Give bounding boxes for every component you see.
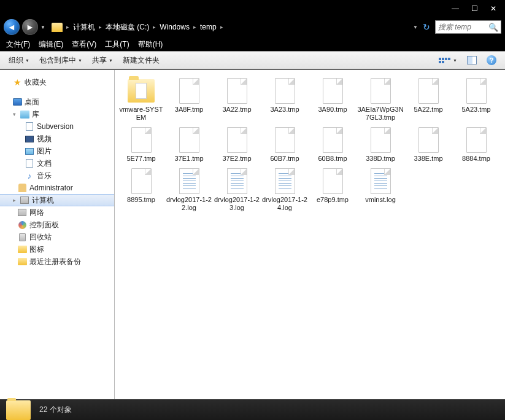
menu-view[interactable]: 查看(V) [72,39,96,50]
search-icon[interactable]: 🔍 [488,23,498,32]
crumb-drive[interactable]: 本地磁盘 (C:) [106,22,149,33]
file-icon [275,127,295,153]
file-label: 37E1.tmp [174,155,203,163]
sidebar-item-label: 视频 [37,134,52,144]
file-label: 5E77.tmp [126,155,155,163]
sidebar-iconfolder[interactable]: 图标 [0,243,114,255]
refresh-icon[interactable]: ↻ [423,22,430,32]
file-item[interactable]: 3A90.tmp [309,76,357,122]
history-dropdown[interactable]: ▼ [40,25,45,30]
file-item[interactable]: 3A23.tmp [261,76,309,122]
preview-pane-button[interactable] [463,55,480,66]
file-item[interactable]: 37E2.tmp [213,125,261,163]
file-item[interactable]: vminst.log [357,166,404,212]
sidebar-library[interactable]: ▾ 库 [0,108,114,120]
organize-button[interactable]: 组织▼ [5,54,33,67]
sidebar-network[interactable]: 网络 [0,206,114,219]
file-item[interactable]: e78p9.tmp [309,166,357,212]
file-item[interactable]: drvlog2017-1-23.log [213,166,261,212]
textfile-icon [275,168,295,194]
maximize-button[interactable]: ☐ [471,4,478,13]
sidebar-music[interactable]: ♪ 音乐 [0,169,114,182]
collapse-icon[interactable]: ▾ [11,111,17,117]
folder-icon [52,23,63,32]
sidebar-administrator[interactable]: Administrator [0,182,114,194]
breadcrumb[interactable]: ▸ 计算机 ▸ 本地磁盘 (C:) ▸ Windows ▸ temp ▸ [48,22,411,33]
file-item[interactable]: 3A22.tmp [213,76,261,122]
menu-help[interactable]: 帮助(H) [138,39,163,50]
file-label: vmware-SYSTEM [118,106,164,122]
chevron-right-icon: ▸ [193,24,196,30]
file-item[interactable]: vmware-SYSTEM [117,76,165,122]
grid-icon [439,55,451,65]
sidebar-desktop[interactable]: 桌面 [0,96,114,108]
sidebar-controlpanel[interactable]: 控制面板 [0,219,114,231]
sidebar-item-label: Subversion [37,122,74,131]
new-folder-button[interactable]: 新建文件夹 [119,54,163,67]
file-icon [371,78,391,104]
back-button[interactable]: ◄ [4,19,20,35]
file-label: 3A8F.tmp [175,106,203,114]
file-label: 5A23.tmp [461,106,490,114]
file-icon [227,78,247,104]
file-item[interactable]: 338D.tmp [357,125,404,163]
crumb-windows[interactable]: Windows [160,23,190,31]
sidebar-recycle[interactable]: 回收站 [0,231,114,243]
sidebar-computer[interactable]: ▸ 计算机 [0,194,114,206]
sidebar-item-label: 图片 [37,146,52,157]
expand-icon[interactable]: ▸ [11,197,17,203]
file-item[interactable]: 5A23.tmp [452,76,500,122]
textfile-icon [371,168,391,194]
file-item[interactable]: 60B7.tmp [261,125,309,163]
sidebar-favorites[interactable]: ★ 收藏夹 [0,76,114,88]
preview-icon [467,56,477,64]
forward-button[interactable]: ► [22,19,38,35]
file-label: drvlog2017-1-24.log [261,196,308,212]
file-item[interactable]: 8884.tmp [452,125,500,163]
sidebar-documents[interactable]: 文档 [0,157,114,169]
minimize-button[interactable]: — [452,4,459,13]
crumb-computer[interactable]: 计算机 [73,22,95,33]
file-item[interactable]: drvlog2017-1-24.log [261,166,309,212]
share-button[interactable]: 共享▼ [88,54,117,67]
file-label: 60B7.tmp [270,155,299,163]
file-item[interactable]: drvlog2017-1-22.log [165,166,213,212]
menu-edit[interactable]: 编辑(E) [39,39,63,50]
sidebar-video[interactable]: 视频 [0,133,114,145]
file-label: 60B8.tmp [318,155,347,163]
file-label: 338D.tmp [366,155,395,163]
view-mode-button[interactable]: ▼ [435,54,461,66]
file-item[interactable]: 37E1.tmp [165,125,213,163]
video-icon [25,136,34,142]
menu-tools[interactable]: 工具(T) [105,39,129,50]
help-button[interactable]: ? [483,54,500,66]
sidebar-item-label: 图标 [29,244,44,255]
star-icon: ★ [12,77,22,87]
file-item[interactable]: 3A8F.tmp [165,76,213,122]
sidebar-subversion[interactable]: Subversion [0,120,114,133]
file-item[interactable]: 3AEIa7WpG3N7GL3.tmp [357,76,404,122]
sidebar-pictures[interactable]: 图片 [0,145,114,157]
file-icon [227,127,247,153]
window-titlebar: — ☐ ✕ [0,0,505,17]
crumb-temp[interactable]: temp [200,23,217,31]
file-item[interactable]: 8895.tmp [117,166,165,212]
file-item[interactable]: 60B8.tmp [309,125,357,163]
close-button[interactable]: ✕ [490,4,496,13]
include-library-button[interactable]: 包含到库中▼ [36,54,86,67]
file-item[interactable]: 5E77.tmp [117,125,165,163]
textfile-icon [179,168,199,194]
file-label: 338E.tmp [414,155,442,163]
textfile-icon [227,168,247,194]
file-grid[interactable]: vmware-SYSTEM3A8F.tmp3A22.tmp3A23.tmp3A9… [115,70,505,399]
search-box[interactable]: 🔍 [435,20,501,34]
file-item[interactable]: 5A22.tmp [404,76,452,122]
menu-file[interactable]: 文件(F) [6,39,30,50]
file-item[interactable]: 338E.tmp [404,125,452,163]
status-bar: 22 个对象 [0,399,505,420]
file-icon [323,168,343,194]
search-input[interactable] [438,23,488,31]
address-dropdown[interactable]: ▼ [413,25,418,30]
sidebar-regbackup[interactable]: 最近注册表备份 [0,255,114,268]
music-icon: ♪ [25,171,34,181]
